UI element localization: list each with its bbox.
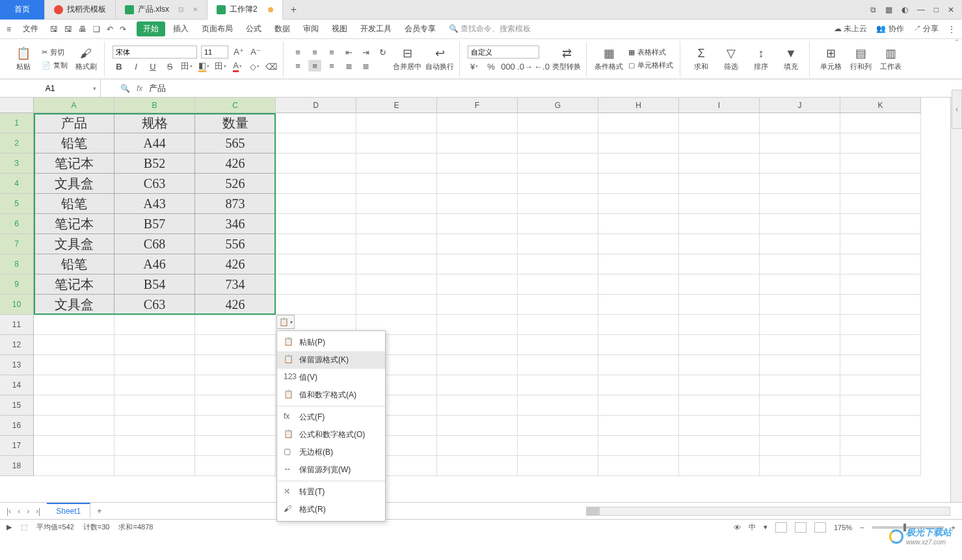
close-icon[interactable]: ✕ [193, 6, 198, 13]
cell[interactable]: 526 [195, 174, 276, 194]
cell[interactable] [679, 395, 760, 416]
cell[interactable] [679, 113, 760, 133]
menu-member[interactable]: 会员专享 [399, 21, 441, 37]
horizontal-scrollbar[interactable] [586, 507, 950, 516]
cell[interactable] [760, 113, 840, 133]
row-header-4[interactable]: 4 [0, 174, 34, 194]
type-convert-button[interactable]: ⇄类型转换 [552, 46, 581, 72]
cell[interactable] [437, 153, 518, 174]
filter-button[interactable]: ▽筛选 [718, 46, 744, 72]
cell[interactable] [34, 315, 114, 335]
cell[interactable] [437, 395, 518, 416]
cell[interactable] [437, 416, 518, 436]
bold-button[interactable]: B [113, 60, 126, 72]
cell[interactable] [760, 133, 840, 153]
cell[interactable] [760, 395, 840, 416]
menu-keep-col-width[interactable]: ↔保留源列宽(W) [277, 461, 385, 479]
cell[interactable] [760, 295, 840, 315]
print-icon[interactable]: 🖶 [79, 25, 87, 34]
cell[interactable] [276, 234, 356, 254]
cell[interactable] [840, 113, 921, 133]
align-center-icon[interactable]: ≡ [308, 60, 321, 72]
underline-button[interactable]: U [146, 60, 159, 72]
cell[interactable] [598, 315, 679, 335]
redo-icon[interactable]: ↷ [120, 25, 126, 34]
cell[interactable] [598, 234, 679, 254]
select-all-corner[interactable] [0, 98, 34, 113]
cell[interactable] [840, 335, 921, 355]
tab-file-products[interactable]: 产品.xlsx ⊡ ✕ [116, 0, 207, 20]
cell[interactable] [437, 254, 518, 274]
collapse-ribbon-icon[interactable]: ˆ [955, 39, 958, 48]
sheet-tab[interactable]: Sheet1 [47, 503, 90, 518]
cell[interactable] [760, 274, 840, 295]
align-right-icon[interactable]: ≡ [325, 60, 338, 72]
cell[interactable]: B57 [114, 214, 195, 234]
cell[interactable] [760, 153, 840, 174]
cell[interactable] [840, 133, 921, 153]
cell[interactable] [598, 113, 679, 133]
undo-icon[interactable]: ↶ [107, 25, 113, 34]
cell[interactable] [114, 355, 195, 375]
font-color-button[interactable]: A [231, 60, 244, 72]
cell[interactable] [598, 133, 679, 153]
cell[interactable] [437, 174, 518, 194]
cell[interactable] [840, 194, 921, 214]
distribute-icon[interactable]: ≣ [359, 60, 372, 72]
col-header-H[interactable]: H [598, 98, 679, 113]
selection-icon[interactable]: ⬚ [21, 523, 27, 531]
cell[interactable] [356, 234, 437, 254]
menu-insert[interactable]: 插入 [168, 21, 194, 37]
cell[interactable]: 规格 [114, 113, 195, 133]
cell[interactable] [276, 274, 356, 295]
menu-start[interactable]: 开始 [137, 21, 165, 36]
cell[interactable] [34, 456, 114, 476]
tab-home[interactable]: 首页 [0, 0, 45, 20]
cell[interactable] [518, 315, 598, 335]
cell[interactable]: A44 [114, 133, 195, 153]
decrease-decimal-icon[interactable]: ←.0 [535, 60, 548, 72]
comma-icon[interactable]: 000 [501, 60, 514, 72]
clear-format-button[interactable]: ⌫ [265, 60, 278, 72]
percent-icon[interactable]: % [485, 60, 498, 72]
cell[interactable] [437, 133, 518, 153]
increase-font-icon[interactable]: A⁺ [232, 46, 245, 57]
col-header-G[interactable]: G [518, 98, 598, 113]
cell[interactable] [437, 295, 518, 315]
cell[interactable] [679, 214, 760, 234]
cell[interactable] [437, 315, 518, 335]
cell[interactable] [356, 254, 437, 274]
cell[interactable] [760, 355, 840, 375]
cell[interactable]: C68 [114, 234, 195, 254]
formula-value[interactable]: 产品 [149, 83, 166, 94]
cell[interactable] [598, 416, 679, 436]
cell[interactable] [598, 214, 679, 234]
number-format-combo[interactable] [468, 46, 539, 59]
menu-icon[interactable]: ≡ [7, 25, 11, 34]
col-header-I[interactable]: I [679, 98, 760, 113]
cell[interactable] [114, 375, 195, 395]
decrease-indent-icon[interactable]: ⇤ [342, 46, 355, 58]
autosum-button[interactable]: Σ求和 [688, 47, 714, 72]
minimize-button[interactable]: — [917, 5, 925, 14]
cell[interactable] [518, 335, 598, 355]
cell[interactable] [518, 395, 598, 416]
layout-icon[interactable]: ⧉ [870, 5, 876, 14]
increase-decimal-icon[interactable]: .0→ [518, 60, 531, 72]
cell[interactable] [437, 355, 518, 375]
cell[interactable] [518, 214, 598, 234]
menu-values[interactable]: 123值(V) [277, 369, 385, 386]
row-header-1[interactable]: 1 [0, 113, 34, 133]
cell[interactable] [679, 375, 760, 395]
cell[interactable] [598, 335, 679, 355]
row-header-13[interactable]: 13 [0, 355, 34, 375]
cell[interactable] [598, 436, 679, 456]
borders-button[interactable]: 田 [180, 60, 193, 72]
font-name-combo[interactable] [113, 46, 197, 59]
cell[interactable]: B54 [114, 274, 195, 295]
cell[interactable] [195, 375, 276, 395]
cell[interactable] [276, 295, 356, 315]
row-header-2[interactable]: 2 [0, 133, 34, 153]
format-painter-button[interactable]: 🖌格式刷 [73, 47, 99, 72]
share-button[interactable]: ↗ 分享 [913, 23, 939, 34]
